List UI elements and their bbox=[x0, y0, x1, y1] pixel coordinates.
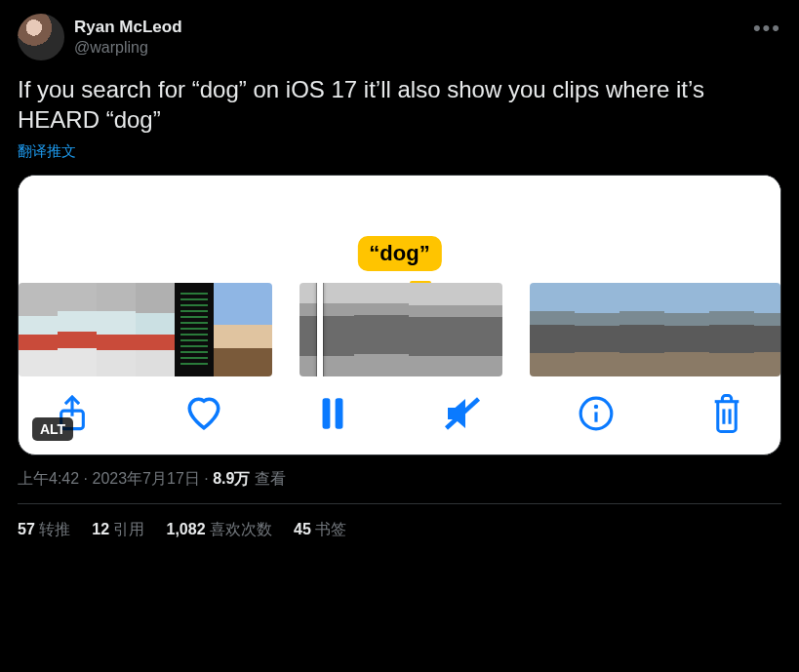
search-term-badge: “dog” bbox=[357, 236, 441, 271]
clip-thumbnail-group[interactable] bbox=[530, 283, 780, 376]
clip-frame bbox=[619, 283, 664, 376]
translate-link[interactable]: 翻译推文 bbox=[18, 142, 76, 161]
clip-frame bbox=[19, 283, 58, 376]
trash-icon[interactable] bbox=[710, 394, 743, 433]
clip-frame bbox=[214, 283, 253, 376]
video-timeline[interactable] bbox=[19, 269, 780, 376]
views-label: 查看 bbox=[250, 470, 285, 487]
clip-thumbnail-group-active[interactable] bbox=[300, 283, 502, 376]
likes-stat[interactable]: 1,082 喜欢次数 bbox=[167, 520, 273, 540]
retweets-stat[interactable]: 57 转推 bbox=[18, 520, 70, 540]
playhead-icon[interactable] bbox=[317, 283, 323, 376]
media-control-bar bbox=[19, 376, 780, 441]
bookmarks-stat[interactable]: 45 书签 bbox=[294, 520, 346, 540]
clip-thumbnail-group[interactable] bbox=[19, 283, 272, 376]
display-name[interactable]: Ryan McLeod bbox=[74, 17, 182, 37]
clip-frame bbox=[175, 283, 214, 376]
clip-frame bbox=[664, 283, 709, 376]
views-count: 8.9万 bbox=[213, 470, 250, 487]
clip-frame bbox=[754, 283, 780, 376]
tweet-date[interactable]: 2023年7月17日 bbox=[92, 470, 199, 487]
tweet-text: If you search for “dog” on iOS 17 it’ll … bbox=[18, 74, 781, 135]
heart-icon[interactable] bbox=[184, 396, 223, 431]
mute-icon[interactable] bbox=[443, 396, 482, 431]
tweet-container: Ryan McLeod @warpling ••• If you search … bbox=[0, 0, 799, 552]
tweet-header: Ryan McLeod @warpling ••• bbox=[18, 14, 781, 60]
clip-frame bbox=[58, 283, 97, 376]
more-icon[interactable]: ••• bbox=[753, 14, 781, 41]
user-row[interactable]: Ryan McLeod @warpling bbox=[18, 14, 182, 60]
clip-frame bbox=[136, 283, 175, 376]
user-handle[interactable]: @warpling bbox=[74, 38, 182, 58]
media-top-area: “dog” bbox=[19, 176, 780, 269]
tweet-time[interactable]: 上午4:42 bbox=[18, 470, 79, 487]
quotes-stat[interactable]: 12 引用 bbox=[92, 520, 144, 540]
clip-frame bbox=[253, 283, 272, 376]
clip-frame bbox=[354, 283, 409, 376]
clip-frame bbox=[530, 283, 575, 376]
media-card[interactable]: “dog” bbox=[18, 175, 781, 455]
tweet-stats: 57 转推 12 引用 1,082 喜欢次数 45 书签 bbox=[18, 504, 781, 540]
clip-frame bbox=[300, 283, 354, 376]
pause-icon[interactable] bbox=[319, 397, 346, 430]
clip-frame bbox=[463, 283, 502, 376]
svg-rect-2 bbox=[336, 399, 343, 429]
user-names: Ryan McLeod @warpling bbox=[74, 17, 182, 57]
tweet-meta: 上午4:42 · 2023年7月17日 · 8.9万 查看 bbox=[18, 469, 781, 490]
clip-frame bbox=[97, 283, 136, 376]
svg-point-4 bbox=[594, 405, 598, 409]
clip-frame bbox=[575, 283, 619, 376]
info-icon[interactable] bbox=[578, 395, 615, 432]
clip-frame bbox=[709, 283, 754, 376]
alt-badge[interactable]: ALT bbox=[32, 417, 73, 441]
clip-frame bbox=[409, 283, 463, 376]
svg-rect-1 bbox=[323, 399, 331, 429]
avatar[interactable] bbox=[18, 14, 64, 60]
